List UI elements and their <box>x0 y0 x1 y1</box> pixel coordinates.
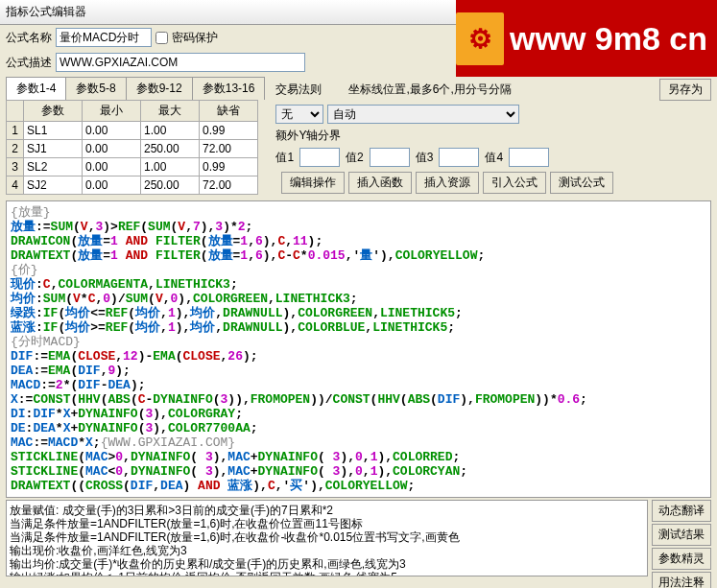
trade-rule-label: 交易法则 <box>275 82 322 98</box>
password-label: 密码保护 <box>172 30 218 46</box>
param-tabs: 参数1-4 参数5-8 参数9-12 参数13-16 <box>0 75 270 100</box>
param-max-input[interactable] <box>141 122 199 139</box>
param-min-input[interactable] <box>83 140 140 157</box>
param-table: 参数 最小 最大 缺省 1 2 3 4 <box>6 100 258 195</box>
table-row: 3 <box>7 158 258 176</box>
val4-input[interactable] <box>509 148 549 167</box>
desc-line: 输出现价:收盘价,画洋红色,线宽为3 <box>10 544 644 557</box>
coord-label: 坐标线位置,最多6个,用分号分隔 <box>348 82 511 98</box>
usage-note-button[interactable]: 用法注释 <box>652 572 711 588</box>
col-min: 最小 <box>83 101 141 122</box>
col-max: 最大 <box>141 101 200 122</box>
row-idx: 3 <box>7 158 24 176</box>
param-max-input[interactable] <box>141 158 199 176</box>
desc-line: 输出绿涨:如果均价<=1日前的均价,返回均价,否则返回无效数,画绿色,线宽为5 <box>10 571 644 576</box>
param-min-input[interactable] <box>83 176 140 194</box>
tab-params-9-12[interactable]: 参数9-12 <box>126 77 193 100</box>
insert-func-button[interactable]: 插入函数 <box>348 172 412 194</box>
val3-label: 值3 <box>416 150 434 166</box>
test-result-button[interactable]: 测试结果 <box>652 524 711 546</box>
import-formula-button[interactable]: 引入公式 <box>483 172 546 194</box>
desc-line: 当满足条件放量=1ANDFILTER(放量=1,6)时,在收盘价位置画11号图标 <box>10 517 644 530</box>
y-values: 值1 值2 值3 值4 <box>275 146 711 169</box>
password-checkbox[interactable] <box>155 32 168 44</box>
description-panel[interactable]: 放量赋值: 成交量(手)的3日累和>3日前的成交量(手)的7日累和*2当满足条件… <box>6 500 648 576</box>
row-idx: 4 <box>7 176 24 195</box>
formula-desc-input[interactable] <box>56 53 305 72</box>
table-row: 2 <box>7 140 258 158</box>
param-min-input[interactable] <box>83 122 140 139</box>
val1-input[interactable] <box>299 148 340 167</box>
edit-ops-button[interactable]: 编辑操作 <box>281 172 345 194</box>
window-title: 指标公式编辑器 <box>0 0 717 25</box>
row-idx: 2 <box>7 140 24 158</box>
formula-label-2: 公式 <box>688 55 711 71</box>
desc-label: 公式描述 <box>6 55 52 71</box>
formula-label-1: 公式 <box>688 30 711 46</box>
val2-label: 值2 <box>346 150 364 166</box>
param-def-input[interactable] <box>200 158 257 176</box>
table-row: 1 <box>7 122 258 140</box>
param-def-input[interactable] <box>200 140 257 157</box>
param-max-input[interactable] <box>141 140 199 157</box>
col-def: 缺省 <box>200 101 258 122</box>
val1-label: 值1 <box>275 150 294 166</box>
table-row: 4 <box>7 176 258 195</box>
param-name-input[interactable] <box>24 158 82 176</box>
param-min-input[interactable] <box>83 158 140 176</box>
desc-line: 输出均价:成交量(手)*收盘价的历史累和/成交量(手)的历史累和,画绿色,线宽为… <box>10 557 644 571</box>
param-name-input[interactable] <box>24 140 82 157</box>
dynamic-translate-button[interactable]: 动态翻译 <box>652 500 711 522</box>
code-editor[interactable]: {放量} 放量:=SUM(V,3)>REF(SUM(V,7),3)*2; DRA… <box>6 200 711 498</box>
name-label: 公式名称 <box>6 30 52 46</box>
val4-label: 值4 <box>485 150 503 166</box>
val3-input[interactable] <box>439 148 479 167</box>
coord-select[interactable]: 自动 <box>327 105 519 124</box>
param-def-input[interactable] <box>200 176 257 194</box>
extra-y-label: 额外Y轴分界 <box>275 128 341 144</box>
param-wizard-button[interactable]: 参数精灵 <box>652 548 711 570</box>
trade-rule-select[interactable]: 无 <box>275 105 323 124</box>
formula-name-input[interactable] <box>56 28 152 47</box>
desc-line: 当满足条件放量=1ANDFILTER(放量=1,6)时,在收盘价-收盘价*0.0… <box>10 530 644 544</box>
val2-input[interactable] <box>370 148 410 167</box>
col-name: 参数 <box>24 101 83 122</box>
param-name-input[interactable] <box>24 176 82 194</box>
row-idx: 1 <box>7 122 24 140</box>
tab-params-13-16[interactable]: 参数13-16 <box>192 77 266 100</box>
insert-res-button[interactable]: 插入资源 <box>416 172 479 194</box>
desc-line: 放量赋值: 成交量(手)的3日累和>3日前的成交量(手)的7日累和*2 <box>10 504 644 517</box>
tab-params-1-4[interactable]: 参数1-4 <box>6 77 66 100</box>
param-def-input[interactable] <box>200 122 257 139</box>
test-formula-button[interactable]: 测试公式 <box>550 172 613 194</box>
tab-params-5-8[interactable]: 参数5-8 <box>65 77 126 100</box>
col-idx <box>7 101 24 122</box>
param-max-input[interactable] <box>141 176 199 194</box>
save-as-button[interactable]: 另存为 <box>659 79 711 101</box>
param-name-input[interactable] <box>24 122 82 139</box>
